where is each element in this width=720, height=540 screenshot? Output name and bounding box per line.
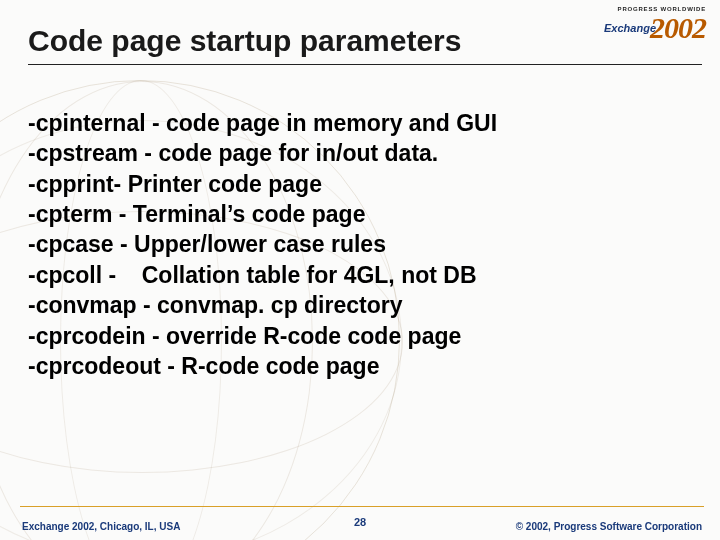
page-title: Code page startup parameters (28, 24, 461, 58)
list-item: -cpterm - Terminal’s code page (28, 199, 696, 229)
footer-left: Exchange 2002, Chicago, IL, USA (22, 521, 180, 532)
param-desc: - Collation table for 4GL, not DB (102, 260, 476, 290)
list-item: -cpcoll - Collation table for 4GL, not D… (28, 260, 696, 290)
parameter-list: -cpinternal - code page in memory and GU… (28, 108, 696, 381)
param-desc: - code page for in/out data. (138, 138, 438, 168)
list-item: -cpstream - code page for in/out data. (28, 138, 696, 168)
list-item: -cpcase - Upper/lower case rules (28, 229, 696, 259)
param-desc: - Upper/lower case rules (114, 229, 386, 259)
param-desc: - Terminal’s code page (112, 199, 365, 229)
list-item: -cprcodein - override R-code code page (28, 321, 696, 351)
brand-word: Exchange (604, 22, 656, 34)
list-item: -cpinternal - code page in memory and GU… (28, 108, 696, 138)
param-flag: -cprcodein (28, 321, 146, 351)
param-flag: -cpcase (28, 229, 114, 259)
param-flag: -cpterm (28, 199, 112, 229)
list-item: -convmap - convmap. cp directory (28, 290, 696, 320)
param-flag: -cpinternal (28, 108, 146, 138)
brand-logo: PROGRESS WORLDWIDE Exchange2002 (604, 6, 706, 43)
footer-rule (20, 506, 704, 507)
param-desc: - code page in memory and GUI (146, 108, 497, 138)
param-flag: -cpprint (28, 169, 114, 199)
param-desc: - convmap. cp directory (137, 290, 403, 320)
footer-right: © 2002, Progress Software Corporation (516, 521, 702, 532)
brand-year: 2002 (650, 11, 706, 44)
param-desc: - Printer code page (114, 169, 322, 199)
param-flag: -cprcodeout (28, 351, 161, 381)
list-item: -cpprint- Printer code page (28, 169, 696, 199)
param-desc: - override R-code code page (146, 321, 462, 351)
footer-page-number: 28 (354, 516, 366, 528)
list-item: -cprcodeout - R-code code page (28, 351, 696, 381)
param-desc: - R-code code page (161, 351, 380, 381)
footer: Exchange 2002, Chicago, IL, USA 28 © 200… (0, 506, 720, 540)
title-underline (28, 64, 702, 65)
param-flag: -cpstream (28, 138, 138, 168)
param-flag: -convmap (28, 290, 137, 320)
param-flag: -cpcoll (28, 260, 102, 290)
